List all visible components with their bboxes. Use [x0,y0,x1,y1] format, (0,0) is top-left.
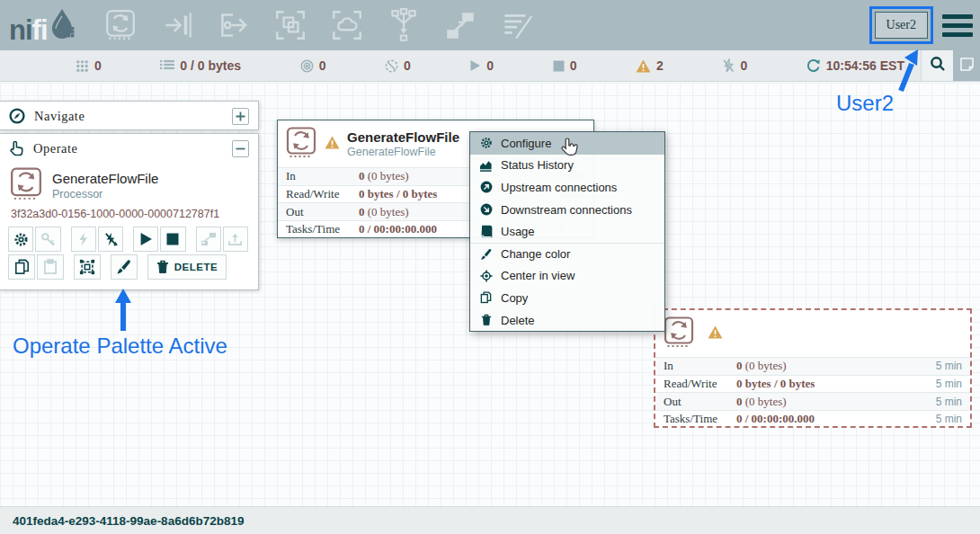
mouse-cursor-hand [559,136,581,162]
stat-row-out: Out 0 (0 bytes) 5 min [655,392,970,410]
selected-component-name: GenerateFlowFile [52,171,158,186]
menu-item-downstream[interactable]: Downstream connections [470,199,664,221]
funnel-icon[interactable] [385,6,423,44]
user-callout: User2 [836,91,894,116]
operate-panel: Operate GenerateFlowFile Processor 3f32a… [0,133,259,290]
gear-icon [479,137,493,149]
stat-label: Out [664,395,736,409]
footer-bar: 401feda4-e293-4118-99ae-8a6d6b72b819 [0,506,980,534]
operate-header[interactable]: Operate [0,134,258,163]
warning-icon [708,325,723,343]
center-crosshair-icon [479,270,493,282]
operate-buttons-row-1 [0,224,258,252]
running-icon [469,59,481,72]
app-toolbar: nifi [0,0,980,50]
upload-template-button [223,227,248,252]
menu-item-label: Usage [501,225,535,238]
processor-name: GenerateFlowFile [347,129,459,145]
hamburger-bar [942,23,973,28]
group-button[interactable] [74,254,101,280]
status-invalid: 0 [722,58,747,73]
stat-label: Tasks/Time [286,222,359,236]
trash-icon [156,260,169,274]
user-callout-box: User2 [869,6,933,44]
warning-icon [636,59,651,73]
template-icon[interactable] [441,6,479,44]
start-button[interactable] [133,227,158,252]
navigate-header[interactable]: Navigate [0,102,258,130]
status-stopped: 0 [553,58,577,73]
processor-ghost[interactable]: In 0 (0 bytes) 5 min Read/Write 0 bytes … [654,308,972,428]
search-icon [930,56,946,76]
menu-item-label: Upstream connections [501,181,617,194]
paintbrush-icon [479,248,493,261]
bulletin-toggle-button[interactable] [953,50,980,81]
queued-list-icon [160,59,174,72]
menu-item-change-color[interactable]: Change color [470,243,664,265]
stat-label: Read/Write [664,377,736,391]
delete-button[interactable]: DELETE [147,254,227,280]
menu-item-upstream[interactable]: Upstream connections [470,176,664,199]
stat-label: Tasks/Time [664,412,736,426]
nifi-logo: nifi [9,7,75,44]
status-running: 0 [469,58,494,73]
stat-label: In [286,169,359,183]
nifi-drop-icon [48,7,75,44]
operate-buttons-row-2: DELETE [0,252,258,280]
hamburger-bar [942,14,973,19]
output-port-icon[interactable] [215,6,253,44]
menu-item-delete[interactable]: Delete [470,309,664,332]
label-icon[interactable] [498,6,536,44]
processor-type: GenerateFlowFile [347,146,459,158]
status-value: 0 [94,58,102,73]
change-color-button[interactable] [111,254,138,280]
selected-component-id: 3f32a3d0-0156-1000-0000-0000712787f1 [0,206,258,224]
flow-canvas[interactable]: Navigate Operate [0,83,980,506]
menu-item-center[interactable]: Center in view [470,265,664,288]
menu-item-label: Configure [501,137,551,150]
threads-grid-icon [76,59,89,73]
disable-button[interactable] [98,227,123,252]
stat-row-tasks: Tasks/Time 0 / 00:00:00.000 5 min [655,410,970,428]
stat-value: 0 [359,169,365,182]
selected-component-type: Processor [52,188,158,200]
paste-button [37,254,64,280]
status-value: 10:54:56 EST [826,58,904,73]
menu-item-copy[interactable]: Copy [470,287,664,309]
process-group-icon[interactable] [272,6,309,44]
compass-icon [9,108,25,124]
stat-value: 0 [736,359,743,372]
remote-process-group-icon[interactable] [328,6,366,44]
navigate-panel: Navigate [0,101,259,130]
input-port-icon[interactable] [158,6,196,44]
invalid-icon [722,58,735,73]
search-button[interactable] [921,50,953,81]
expand-icon[interactable] [232,108,249,125]
logo-text-fi: fi [32,16,48,44]
configure-button[interactable] [8,227,33,252]
menu-item-usage[interactable]: Usage [470,220,664,243]
flow-id: 401feda4-e293-4118-99ae-8a6d6b72b819 [13,514,244,528]
palette-callout: Operate Palette Active [13,334,227,359]
global-menu-button[interactable] [942,14,973,37]
status-value: 2 [656,58,664,73]
status-active-threads: 0 [76,58,102,73]
stat-value: 0 bytes / 0 bytes [736,377,815,390]
upstream-icon [479,181,493,193]
stat-value: 0 [359,205,365,218]
access-policies-button [35,227,60,252]
selected-component: GenerateFlowFile Processor [0,163,258,206]
stat-window: 5 min [936,378,962,390]
processor-icon[interactable] [102,6,139,44]
stat-value-detail: (0 bytes) [368,205,409,218]
collapse-icon[interactable] [232,140,249,157]
stop-button[interactable] [160,227,185,252]
processor-stamp-icon [663,316,695,352]
stat-value: 0 [736,395,743,408]
warning-icon [325,136,340,153]
stat-value: 0 bytes / 0 bytes [359,187,437,200]
copy-button[interactable] [8,254,35,280]
status-value: 0 [486,58,494,73]
delete-button-label: DELETE [174,262,218,272]
stat-row-in: In 0 (0 bytes) 5 min [655,357,970,375]
